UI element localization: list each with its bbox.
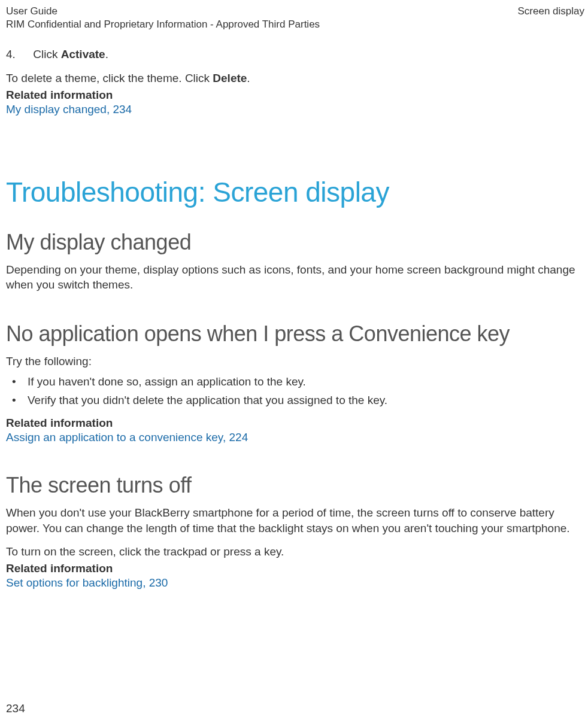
delete-suffix: . — [247, 72, 250, 84]
section-heading-screen-off: The screen turns off — [6, 473, 584, 498]
header-title: User Guide — [6, 5, 320, 18]
section-body-display-changed: Depending on your theme, display options… — [6, 262, 584, 293]
page-number: 234 — [6, 702, 25, 715]
section-heading-convenience-key: No application opens when I press a Conv… — [6, 321, 584, 347]
step-text-suffix: . — [105, 48, 108, 60]
section-intro-convenience-key: Try the following: — [6, 354, 584, 369]
step-text-prefix: Click — [33, 48, 60, 60]
header-left: User Guide RIM Confidential and Propriet… — [6, 5, 320, 31]
page-header: User Guide RIM Confidential and Propriet… — [6, 5, 584, 31]
related-information-label: Related information — [6, 417, 584, 430]
section-heading-display-changed: My display changed — [6, 230, 584, 255]
related-link-display-changed[interactable]: My display changed, 234 — [6, 103, 584, 116]
delete-bold: Delete — [213, 72, 247, 84]
list-item: If you haven't done so, assign an applic… — [12, 374, 584, 390]
document-page: User Guide RIM Confidential and Propriet… — [0, 0, 588, 726]
header-section-name: Screen display — [517, 5, 584, 31]
step-line: 4. Click Activate. — [6, 48, 584, 61]
section-body-screen-off-1: When you don't use your BlackBerry smart… — [6, 505, 584, 536]
step-text-bold: Activate — [61, 48, 105, 60]
related-link-backlighting[interactable]: Set options for backlighting, 230 — [6, 576, 584, 590]
section-body-screen-off-2: To turn on the screen, click the trackpa… — [6, 544, 584, 560]
page-title: Troubleshooting: Screen display — [6, 176, 584, 208]
delete-instruction: To delete a theme, click the theme. Clic… — [6, 71, 584, 86]
delete-prefix: To delete a theme, click the theme. Clic… — [6, 72, 213, 84]
bullet-list-convenience-key: If you haven't done so, assign an applic… — [12, 374, 584, 408]
list-item: Verify that you didn't delete the applic… — [12, 393, 584, 408]
step-number: 4. — [6, 48, 30, 61]
related-information-label: Related information — [6, 562, 584, 575]
header-subtitle: RIM Confidential and Proprietary Informa… — [6, 18, 320, 31]
related-information-label: Related information — [6, 89, 584, 102]
related-link-convenience-key[interactable]: Assign an application to a convenience k… — [6, 431, 584, 444]
